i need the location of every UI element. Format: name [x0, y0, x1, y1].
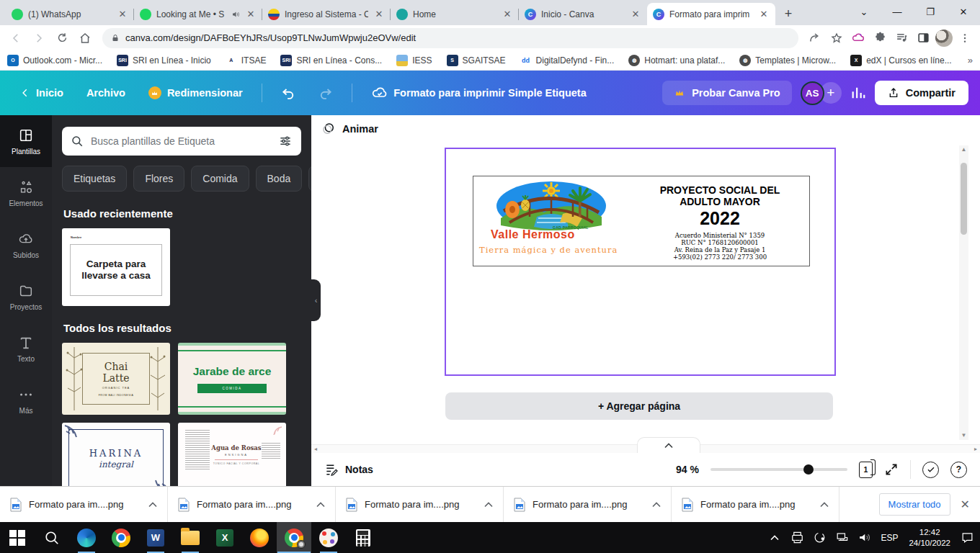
close-icon[interactable]: ✕: [245, 9, 257, 20]
home-icon[interactable]: [75, 28, 95, 48]
template-chai-latte[interactable]: Chai Latte ORGANIC TEA FROM BALI INDONES…: [62, 343, 170, 415]
close-icon[interactable]: ✕: [758, 9, 770, 20]
close-downloads-icon[interactable]: ✕: [961, 498, 970, 511]
forward-icon[interactable]: [29, 28, 49, 48]
scroll-right-icon[interactable]: ▸: [974, 446, 977, 452]
zoom-slider-knob[interactable]: [803, 464, 814, 475]
back-icon[interactable]: [6, 28, 26, 48]
scroll-down-icon[interactable]: ▼: [961, 431, 967, 440]
add-page-button[interactable]: + Agregar página: [445, 392, 833, 420]
sidebar-item-texto[interactable]: Texto: [0, 323, 52, 374]
sidebar-item-proyectos[interactable]: Proyectos: [0, 271, 52, 323]
bookmark-sgaitsae[interactable]: SSGAITSAE: [447, 55, 506, 66]
download-menu-icon[interactable]: [148, 502, 157, 508]
bookmark-hotmart[interactable]: ◍Hotmart: una plataf...: [628, 55, 725, 66]
reload-icon[interactable]: [52, 28, 72, 48]
tray-expand-icon[interactable]: [766, 528, 783, 548]
playlist-extension-icon[interactable]: [892, 29, 911, 48]
design-page[interactable]: Valle Hermoso GAD PARROQUIAL Tierra mági…: [445, 148, 836, 376]
redo-button[interactable]: [310, 80, 342, 106]
template-harina-integral[interactable]: HARINA integral: [62, 423, 170, 486]
volume-icon[interactable]: [855, 528, 873, 548]
recent-template-card[interactable]: Nombre Carpeta para llevarse a casa: [62, 228, 170, 306]
search-input[interactable]: [91, 135, 271, 147]
taskbar-chrome-active[interactable]: [277, 522, 311, 553]
etiqueta-label[interactable]: Valle Hermoso GAD PARROQUIAL Tierra mági…: [473, 176, 810, 266]
download-menu-icon[interactable]: [820, 502, 829, 508]
send-page-icon[interactable]: [806, 29, 824, 48]
user-avatar[interactable]: AS: [801, 81, 824, 105]
try-canva-pro-button[interactable]: Probar Canva Pro: [662, 81, 792, 105]
chip-boda[interactable]: Boda: [256, 166, 303, 192]
close-icon[interactable]: ✕: [630, 9, 641, 20]
archivo-menu[interactable]: Archivo: [78, 81, 134, 104]
download-menu-icon[interactable]: [484, 502, 493, 508]
new-tab-button[interactable]: +: [778, 4, 798, 24]
bookmark-itsae[interactable]: AITSAE: [226, 55, 267, 66]
download-menu-icon[interactable]: [316, 502, 325, 508]
taskbar-calculator[interactable]: [346, 522, 380, 553]
bookmark-digitaldefynd[interactable]: ddDigitalDefynd - Fin...: [520, 55, 615, 66]
taskbar-chrome[interactable]: [104, 522, 138, 553]
taskbar-excel[interactable]: X: [208, 522, 242, 553]
download-item[interactable]: Formato para im....png: [672, 487, 839, 522]
minimize-button[interactable]: —: [881, 0, 914, 23]
tab-search-chevron-icon[interactable]: ⌄: [847, 0, 881, 23]
tab-whatsapp[interactable]: (1) WhatsApp ✕: [6, 3, 134, 25]
menu-dots-icon[interactable]: [956, 29, 974, 48]
printer-icon[interactable]: [788, 528, 806, 548]
panel-collapse-handle[interactable]: ‹: [311, 279, 321, 321]
design-title[interactable]: Formato para imprimir Simple Etiqueta: [393, 87, 587, 99]
tab-home[interactable]: Home ✕: [391, 3, 519, 25]
search-box[interactable]: [62, 127, 301, 156]
taskbar-word[interactable]: W: [138, 522, 173, 553]
notas-button[interactable]: Notas: [324, 462, 373, 477]
undo-button[interactable]: [272, 80, 304, 106]
bottom-panel-toggle[interactable]: [637, 437, 700, 453]
save-status-button[interactable]: [362, 78, 397, 107]
chip-etiquetas[interactable]: Etiquetas: [62, 166, 127, 192]
zoom-slider[interactable]: [710, 468, 847, 471]
redimensionar-button[interactable]: Redimensionar: [140, 81, 251, 105]
help-icon[interactable]: ?: [950, 462, 967, 478]
screen-record-icon[interactable]: [811, 528, 828, 548]
tab-ingreso-sistema[interactable]: Ingreso al Sistema - C ✕: [262, 3, 391, 25]
taskbar-search-button[interactable]: [35, 522, 69, 553]
chip-flores[interactable]: Flores: [133, 166, 184, 192]
tab-formato-active[interactable]: C Formato para imprim ✕: [647, 3, 775, 25]
scroll-up-icon[interactable]: ▲: [961, 145, 967, 154]
download-menu-icon[interactable]: [652, 502, 661, 508]
template-agua-de-rosas[interactable]: Agua de Rosas ENSIGNA TONICO FACIAL Y CO…: [178, 423, 286, 486]
bookmark-sri-consultas[interactable]: SRISRI en Línea - Cons...: [280, 55, 382, 66]
bookmark-star-icon[interactable]: [827, 29, 846, 48]
sidebar-item-subidos[interactable]: Subidos: [0, 219, 52, 271]
taskbar-firefox[interactable]: [242, 522, 277, 553]
restore-button[interactable]: ❐: [914, 0, 947, 23]
close-window-button[interactable]: ✕: [947, 0, 980, 23]
horizontal-scrollbar[interactable]: ◂ ▸: [311, 444, 980, 453]
url-field[interactable]: canva.com/design/DAFBoEYhJRs/Usop9TLNwJu…: [102, 28, 798, 48]
saved-check-icon[interactable]: [922, 462, 939, 478]
sidebar-item-elementos[interactable]: Elementos: [0, 167, 52, 219]
download-item[interactable]: Formato para im....png: [336, 487, 504, 522]
bookmark-iess[interactable]: IESS: [396, 55, 432, 66]
close-icon[interactable]: ✕: [117, 9, 128, 20]
tab-inicio-canva[interactable]: C Inicio - Canva ✕: [519, 3, 647, 25]
download-item[interactable]: Formato para im....png: [168, 487, 336, 522]
download-item[interactable]: Formato para im....png: [504, 487, 672, 522]
clock[interactable]: 12:42 24/10/2022: [906, 527, 953, 549]
show-all-downloads-button[interactable]: Mostrar todo: [879, 493, 950, 516]
scrollbar-thumb[interactable]: [961, 163, 967, 235]
close-icon[interactable]: ✕: [502, 9, 513, 20]
page-indicator[interactable]: 1: [859, 462, 873, 478]
vertical-scrollbar[interactable]: ▲ ▼: [959, 145, 968, 440]
chip-comida[interactable]: Comida: [191, 166, 249, 192]
fullscreen-icon[interactable]: [884, 462, 899, 477]
scroll-left-icon[interactable]: ◂: [314, 446, 317, 452]
close-icon[interactable]: ✕: [373, 9, 385, 20]
cloud-extension-icon[interactable]: [849, 29, 868, 48]
sidebar-item-mas[interactable]: Más: [0, 374, 52, 426]
start-button[interactable]: [0, 522, 35, 553]
filters-icon[interactable]: [278, 134, 293, 148]
bookmarks-overflow-icon[interactable]: »: [968, 55, 973, 66]
